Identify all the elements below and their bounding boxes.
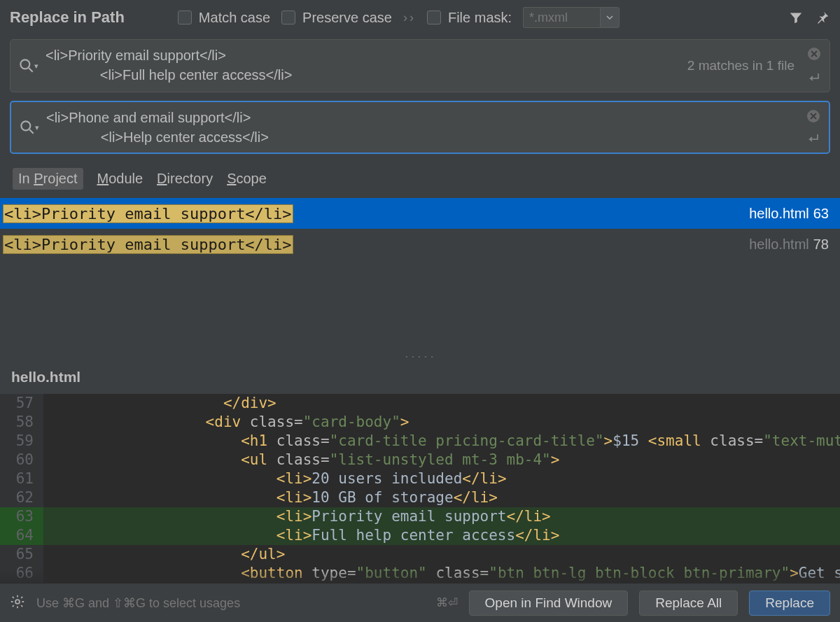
result-file-ref: hello.html63 (749, 206, 829, 222)
split-handle[interactable]: • • • • • (0, 353, 840, 360)
code-content: <div class="card-body"> (43, 413, 840, 432)
code-line: 66 <button type="button" class="btn btn-… (0, 564, 840, 583)
line-number: 66 (0, 564, 43, 583)
scope-tab-project[interactable]: In Project (13, 168, 83, 190)
open-find-window-button[interactable]: Open in Find Window (469, 591, 629, 616)
code-content: <button type="button" class="btn btn-lg … (43, 564, 840, 583)
svg-line-1 (29, 68, 32, 71)
code-preview[interactable]: 57 </div>58 <div class="card-body">59 <h… (0, 394, 840, 583)
code-line: 61 <li>20 users included</li> (0, 469, 840, 488)
footer-hint: Use ⌘G and ⇧⌘G to select usages (36, 595, 240, 611)
svg-line-4 (29, 129, 33, 133)
line-number: 59 (0, 432, 43, 451)
code-line: 60 <ul class="list-unstyled mt-3 mb-4"> (0, 451, 840, 469)
line-number: 57 (0, 394, 43, 413)
code-line: 59 <h1 class="card-title pricing-card-ti… (0, 432, 840, 451)
replace-text[interactable]: <li>Phone and email support</li> <li>Hel… (46, 108, 798, 147)
preserve-case-option[interactable]: Preserve case (281, 10, 392, 26)
preserve-case-label: Preserve case (302, 10, 392, 26)
newline-icon[interactable] (807, 72, 821, 86)
line-number: 60 (0, 451, 43, 469)
replace-field[interactable]: ▾ <li>Phone and email support</li> <li>H… (10, 101, 830, 154)
result-row[interactable]: <li>Priority email support</li>hello.htm… (0, 198, 840, 229)
matches-label: 2 matches in 1 file (687, 40, 794, 92)
code-content: </div> (43, 394, 840, 413)
newline-icon[interactable] (806, 133, 820, 147)
dialog-title: Replace in Path (10, 8, 125, 27)
line-number: 65 (0, 545, 43, 564)
code-line: 64 <li>Full help center access</li> (0, 526, 840, 545)
code-line: 57 </div> (0, 394, 840, 413)
file-mask-field[interactable] (523, 7, 620, 28)
scope-tab-scope[interactable]: Scope (227, 171, 267, 187)
result-file-ref: hello.html78 (749, 236, 829, 253)
svg-point-6 (15, 600, 20, 604)
match-case-label: Match case (199, 10, 270, 26)
code-content: <li>Full help center access</li> (43, 526, 840, 545)
code-line: 63 <li>Priority email support</li> (0, 507, 840, 526)
line-number: 63 (0, 507, 43, 526)
code-content: <h1 class="card-title pricing-card-title… (43, 432, 840, 451)
dialog-footer: Use ⌘G and ⇧⌘G to select usages ⌘⏎ Open … (0, 583, 840, 622)
match-case-option[interactable]: Match case (178, 10, 270, 26)
code-content: <ul class="list-unstyled mt-3 mb-4"> (43, 451, 840, 469)
results-list: <li>Priority email support</li>hello.htm… (0, 198, 840, 260)
footer-shortcut: ⌘⏎ (436, 595, 458, 610)
scope-tabs: In Project Module Directory Scope (0, 158, 840, 198)
search-text[interactable]: <li>Priority email support</li> <li>Full… (46, 45, 799, 86)
dialog-header: Replace in Path Match case Preserve case… (0, 0, 840, 35)
code-content: </ul> (43, 545, 840, 564)
code-content: <li>10 GB of storage</li> (43, 488, 840, 507)
line-number: 62 (0, 488, 43, 507)
file-mask-option[interactable]: File mask: (427, 10, 512, 26)
line-number: 64 (0, 526, 43, 545)
code-line: 62 <li>10 GB of storage</li> (0, 488, 840, 507)
file-mask-label: File mask: (448, 10, 512, 26)
clear-search-icon[interactable] (807, 47, 821, 64)
clear-replace-icon[interactable] (806, 109, 820, 126)
search-icon[interactable]: ▾ (18, 40, 38, 92)
scope-tab-directory[interactable]: Directory (157, 171, 213, 187)
replace-button[interactable]: Replace (749, 591, 830, 616)
code-content: <li>Priority email support</li> (43, 507, 840, 526)
filter-icon[interactable] (788, 10, 804, 25)
checkbox-icon[interactable] (178, 10, 192, 24)
more-options-indicator[interactable]: ›› (403, 10, 416, 25)
checkbox-icon[interactable] (427, 10, 441, 24)
preview-file-name: hello.html (0, 360, 840, 394)
file-mask-dropdown[interactable] (600, 7, 620, 28)
line-number: 61 (0, 469, 43, 488)
result-match-text: <li>Priority email support</li> (3, 236, 293, 253)
chevron-down-icon (606, 14, 613, 21)
result-match-text: <li>Priority email support</li> (3, 205, 293, 222)
code-content: <li>20 users included</li> (43, 469, 840, 488)
code-line: 58 <div class="card-body"> (0, 413, 840, 432)
replace-all-button[interactable]: Replace All (639, 591, 738, 616)
file-mask-input[interactable] (523, 7, 600, 28)
scope-tab-module[interactable]: Module (97, 171, 144, 187)
line-number: 58 (0, 413, 43, 432)
result-row[interactable]: <li>Priority email support</li>hello.htm… (0, 229, 840, 260)
checkbox-icon[interactable] (281, 10, 295, 24)
svg-point-3 (21, 121, 30, 130)
code-line: 65 </ul> (0, 545, 840, 564)
gear-icon[interactable] (10, 594, 25, 612)
svg-point-0 (20, 59, 29, 69)
search-field[interactable]: ▾ <li>Priority email support</li> <li>Fu… (10, 39, 830, 92)
pin-icon[interactable] (815, 10, 830, 25)
search-icon[interactable]: ▾ (18, 102, 39, 153)
